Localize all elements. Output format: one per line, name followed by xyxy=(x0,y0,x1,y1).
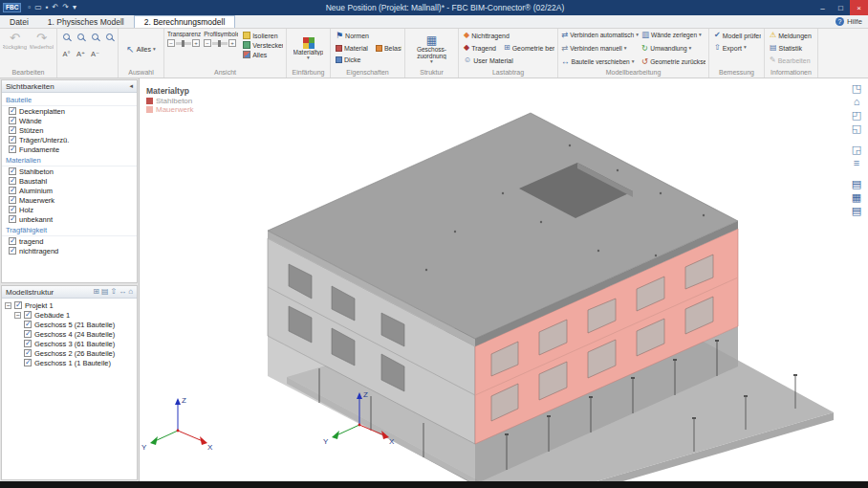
collapse-icon[interactable]: ◂ xyxy=(129,82,133,90)
verbinden-automatisch-button[interactable]: ⇄ Verbinden automatisch ▾ xyxy=(561,31,640,39)
zoom-in-button[interactable] xyxy=(60,31,73,43)
meldungen-button[interactable]: ⚠ Meldungen xyxy=(768,31,814,40)
checkbox-nichttragend[interactable]: nichttragend xyxy=(2,246,137,255)
sort-icon[interactable]: ⇧ xyxy=(110,288,117,296)
checkbox-icon[interactable] xyxy=(24,349,32,357)
slider-track[interactable] xyxy=(176,42,191,45)
bauteile-verschieben-button[interactable]: ↔ Bauteile verschieben ▾ xyxy=(561,57,640,66)
report-icon[interactable]: ▤ xyxy=(852,205,861,218)
checkbox-holz[interactable]: Holz xyxy=(2,205,137,214)
text-larger-button[interactable]: A⁺ xyxy=(75,48,87,60)
checkbox-icon[interactable] xyxy=(24,330,32,338)
collapse-box-icon[interactable] xyxy=(14,312,21,319)
open-file-icon[interactable]: ▭ xyxy=(34,4,42,11)
redo-icon[interactable]: ↷ xyxy=(62,4,69,11)
nichttragend-button[interactable]: ◆ Nichttragend xyxy=(462,31,511,40)
verstecken-button[interactable]: Verstecken xyxy=(241,40,283,50)
tragend-button[interactable]: ◆ Tragend xyxy=(462,43,498,53)
checkbox-icon[interactable] xyxy=(24,311,32,319)
material-button[interactable]: Material xyxy=(334,44,370,53)
checkbox-traeger[interactable]: Träger/Unterzü. xyxy=(2,135,137,144)
geschosszuordnung-button[interactable]: ▦ Geschoss-zuordnung ▾ xyxy=(408,33,455,66)
verbinden-manuell-button[interactable]: ⇄ Verbinden manuell ▾ xyxy=(561,44,640,53)
checkbox-icon[interactable] xyxy=(14,301,22,309)
checkbox-stuetzen[interactable]: Stützen xyxy=(2,125,137,135)
select-all-button[interactable]: ↖ Alles ▾ xyxy=(124,44,157,55)
zoom-fit-button[interactable] xyxy=(103,31,115,43)
checkbox-deckenplatten[interactable]: Deckenplatten xyxy=(2,106,137,116)
zoom-window-button[interactable] xyxy=(89,31,101,43)
move-icon[interactable]: ↔ xyxy=(119,288,126,296)
plus-icon[interactable]: + xyxy=(192,39,200,47)
expand-all-icon[interactable]: ⊞ xyxy=(93,288,99,296)
zoom-out-button[interactable] xyxy=(75,31,87,43)
waende-zerlegen-button[interactable]: ▥ Wände zerlegen ▾ xyxy=(641,31,705,39)
grid-icon[interactable]: ▦ xyxy=(852,191,861,205)
export-button[interactable]: ⇧ Export ▾ xyxy=(712,43,749,53)
geometrie-zuruecksetzen-button[interactable]: ↺ Geometrie zurücksetzen ▾ xyxy=(641,57,705,66)
materialtyp-button[interactable]: Materialtyp ▾ xyxy=(290,36,327,62)
tree-item-geschoss-2[interactable]: Geschoss 2 (26 Bauteile) xyxy=(2,348,137,358)
close-button[interactable]: × xyxy=(850,0,868,15)
checkbox-icon[interactable] xyxy=(24,359,32,366)
slider-thumb[interactable] xyxy=(182,40,184,47)
view-front-icon[interactable]: ◱ xyxy=(852,122,861,136)
alles-anzeigen-button[interactable]: Alles xyxy=(241,50,283,59)
view-iso-icon[interactable]: ◳ xyxy=(852,82,861,96)
home-view-icon[interactable]: ⌂ xyxy=(854,96,860,109)
list-icon[interactable]: ▤ xyxy=(101,288,109,296)
normen-button[interactable]: ⚑ Normen xyxy=(334,31,371,41)
list-icon[interactable]: ≡ xyxy=(854,157,859,170)
view-top-icon[interactable]: ◰ xyxy=(852,109,861,122)
redo-button[interactable]: ↷ Wiederholen xyxy=(30,31,54,51)
checkbox-aluminium[interactable]: Aluminium xyxy=(2,186,137,195)
tree-item-geschoss-1[interactable]: Geschoss 1 (1 Bauteile) xyxy=(2,358,137,367)
checkbox-icon[interactable] xyxy=(24,340,32,347)
plus-icon[interactable]: + xyxy=(228,39,236,47)
text-smaller-button[interactable]: A⁻ xyxy=(89,48,101,60)
checkbox-waende[interactable]: Wände xyxy=(2,116,137,125)
tab-physisches-modell[interactable]: 1. Physisches Modell xyxy=(38,15,134,28)
statistik-button[interactable]: ▤ Statistik xyxy=(768,43,804,53)
slider-track[interactable] xyxy=(212,42,228,45)
belastung-button[interactable]: Belastung xyxy=(374,44,401,53)
tree-item-geschoss-5[interactable]: Geschoss 5 (21 Bauteile) xyxy=(2,320,137,329)
tree-item-gebaeude-1[interactable]: Gebäude 1 xyxy=(2,310,137,320)
minus-icon[interactable]: − xyxy=(167,39,175,47)
dicke-button[interactable]: Dicke xyxy=(334,55,363,64)
checkbox-baustahl[interactable]: Baustahl xyxy=(2,176,137,186)
isolieren-button[interactable]: Isolieren xyxy=(241,31,283,40)
save-icon[interactable]: ▪ xyxy=(46,4,49,11)
transparenz-slider[interactable]: − + xyxy=(167,39,201,47)
tree-item-geschoss-4[interactable]: Geschoss 4 (24 Bauteile) xyxy=(2,329,137,339)
geometrie-bereinigen-button[interactable]: ⊞ Geometrie bereinigen xyxy=(502,43,554,53)
text-rotate-button[interactable]: A° xyxy=(60,48,73,60)
checkbox-fundamente[interactable]: Fundamente xyxy=(2,144,137,154)
minus-icon[interactable]: − xyxy=(204,39,211,47)
checkbox-tragend[interactable]: tragend xyxy=(2,236,137,246)
model-viewport[interactable]: Z X Y Z X Y xyxy=(140,78,868,481)
user-material-button[interactable]: ☺ User Material xyxy=(462,55,515,65)
tree-item-geschoss-3[interactable]: Geschoss 3 (61 Bauteile) xyxy=(2,339,137,348)
minimize-button[interactable]: – xyxy=(814,0,832,15)
new-file-icon[interactable]: ▫ xyxy=(28,4,31,11)
tree-item-projekt-1[interactable]: Projekt 1 xyxy=(2,300,137,310)
slider-thumb[interactable] xyxy=(218,40,221,47)
app-logo[interactable]: FBC xyxy=(3,3,21,13)
help-button[interactable]: ? Hilfe xyxy=(835,15,868,28)
umwandlung-button[interactable]: ↻ Umwandlung ▾ xyxy=(641,44,705,53)
model-3d-scene[interactable]: Z X Y Z X Y xyxy=(140,78,868,481)
home-icon[interactable]: ⌂ xyxy=(128,288,133,296)
bearbeiten-button[interactable]: ✎ Bearbeiten xyxy=(768,55,813,65)
tab-berechnungsmodell[interactable]: 2. Berechnungsmodell xyxy=(134,15,236,28)
checkbox-icon[interactable] xyxy=(24,321,32,328)
collapse-box-icon[interactable] xyxy=(5,302,11,309)
tab-datei[interactable]: Datei xyxy=(0,15,38,28)
checkbox-unbekannt[interactable]: unbekannt xyxy=(2,214,137,224)
table-icon[interactable]: ▤ xyxy=(852,178,861,191)
checkbox-stahlbeton[interactable]: Stahlbeton xyxy=(2,166,137,176)
maximize-button[interactable]: □ xyxy=(832,0,850,15)
view-axono-icon[interactable]: ◲ xyxy=(852,144,861,157)
undo-icon[interactable]: ↶ xyxy=(53,4,59,11)
profilsymbole-slider[interactable]: − + xyxy=(204,39,238,47)
